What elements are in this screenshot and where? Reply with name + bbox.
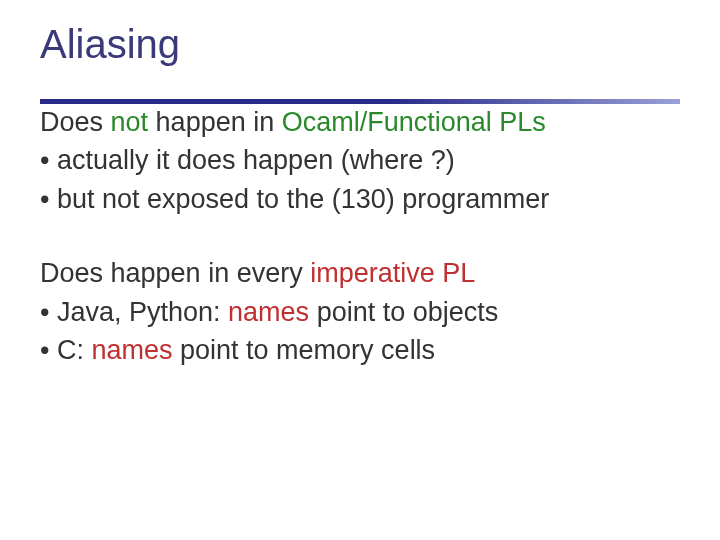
text: Java, Python: <box>57 297 228 327</box>
highlight-names: names <box>228 297 309 327</box>
text: Does <box>40 107 111 137</box>
highlight-lang: Ocaml/Functional PLs <box>282 107 546 137</box>
bullet-item: Java, Python: names point to objects <box>40 294 680 330</box>
lead-imperative: Does happen in every imperative PL <box>40 255 680 291</box>
text: happen in <box>148 107 282 137</box>
block-functional: Does not happen in Ocaml/Functional PLs … <box>40 104 680 217</box>
bullet-item: C: names point to memory cells <box>40 332 680 368</box>
slide: Aliasing Does not happen in Ocaml/Functi… <box>0 0 720 540</box>
slide-title: Aliasing <box>40 22 680 73</box>
text: C: <box>57 335 92 365</box>
bullet-item: actually it does happen (where ?) <box>40 142 680 178</box>
lead-functional: Does not happen in Ocaml/Functional PLs <box>40 104 680 140</box>
highlight-names: names <box>91 335 172 365</box>
slide-body: Does not happen in Ocaml/Functional PLs … <box>40 104 680 369</box>
slide-title-wrap: Aliasing <box>40 22 680 104</box>
block-imperative: Does happen in every imperative PL Java,… <box>40 255 680 368</box>
text: point to objects <box>309 297 498 327</box>
text: Does happen in every <box>40 258 310 288</box>
text: point to memory cells <box>173 335 436 365</box>
highlight-imperative: imperative PL <box>310 258 475 288</box>
highlight-not: not <box>111 107 149 137</box>
bullet-item: but not exposed to the (130) programmer <box>40 181 680 217</box>
